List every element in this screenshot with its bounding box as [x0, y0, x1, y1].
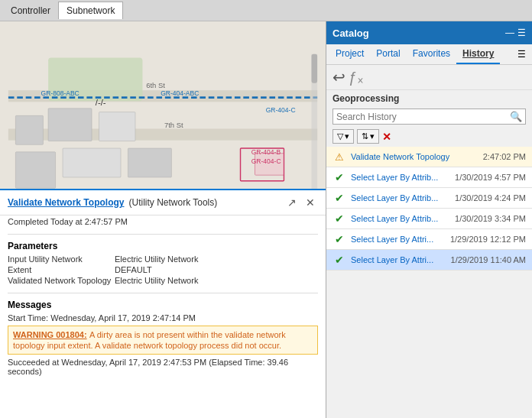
clear-filter-button[interactable]: ✕: [382, 131, 391, 143]
warning-code[interactable]: WARNING 001804:: [13, 330, 87, 339]
svg-text:GR-404-C: GR-404-C: [266, 106, 296, 114]
param-value: Electric Utility Network: [115, 276, 198, 285]
success-icon: ✔: [332, 191, 346, 205]
catalog-header-icons: — ☰: [505, 28, 526, 38]
catalog-header: Catalog — ☰: [326, 21, 532, 44]
result-panel-actions: ↗ ✕: [284, 195, 318, 210]
param-label: Validated Network Topology: [8, 276, 115, 285]
svg-text:GR-404-B: GR-404-B: [251, 148, 281, 156]
param-value: DEFAULT: [115, 265, 152, 274]
divider-2: [8, 293, 318, 293]
history-item-name: Select Layer By Attri...: [351, 255, 448, 264]
history-item[interactable]: ✔Select Layer By Attrib...1/30/2019 4:24…: [326, 188, 532, 209]
history-item-time: 1/29/2019 11:40 AM: [451, 255, 526, 264]
param-row: Validated Network TopologyElectric Utili…: [8, 276, 318, 285]
history-item-name: Select Layer By Attrib...: [351, 214, 452, 223]
history-item-name: Select Layer By Attrib...: [351, 193, 452, 203]
filter-button[interactable]: ▽ ▾: [332, 129, 354, 144]
filter-icon: ▽: [337, 131, 343, 141]
search-box-container: 🔍: [326, 107, 532, 128]
search-icon: 🔍: [510, 111, 522, 122]
minimize-icon[interactable]: —: [505, 28, 514, 38]
tab-project[interactable]: Project: [329, 44, 370, 64]
history-item-name: Select Layer By Attri...: [351, 235, 447, 244]
sort-button[interactable]: ⇅ ▾: [357, 129, 379, 144]
messages-title: Messages: [8, 300, 318, 310]
top-bar: Controller Subnetwork: [0, 0, 532, 21]
messages-section: Messages Start Time: Wednesday, April 17…: [0, 296, 326, 379]
subnetwork-tab[interactable]: Subnetwork: [58, 2, 123, 19]
params-section: Parameters Input Utility NetworkElectric…: [0, 238, 326, 290]
success-icon: ✔: [332, 212, 346, 225]
history-item-time: 1/30/2019 4:24 PM: [455, 193, 526, 203]
history-item[interactable]: ⚠Validate Network Topology2:47:02 PM: [326, 147, 532, 167]
catalog-panel: Catalog — ☰ Project Portal Favorites His…: [326, 21, 532, 418]
param-row: Input Utility NetworkElectric Utility Ne…: [8, 254, 318, 264]
param-row: ExtentDEFAULT: [8, 265, 318, 274]
sort-dropdown-arrow: ▾: [370, 131, 375, 141]
svg-text:6th St: 6th St: [146, 81, 165, 89]
history-item-time: 1/30/2019 3:34 PM: [455, 214, 526, 223]
history-list: ⚠Validate Network Topology2:47:02 PM✔Sel…: [326, 147, 532, 418]
message-end: Succeeded at Wednesday, April 17, 2019 2…: [8, 358, 318, 376]
success-icon: ✔: [332, 170, 346, 184]
svg-text:/-/-: /-/-: [96, 98, 106, 107]
success-icon: ✔: [332, 253, 346, 267]
history-item-name: Validate Network Topology: [351, 152, 480, 161]
result-status: Completed Today at 2:47:57 PM: [0, 215, 326, 231]
param-value: Electric Utility Network: [115, 254, 198, 264]
catalog-title: Catalog: [332, 28, 369, 39]
history-item[interactable]: ✔Select Layer By Attrib...1/30/2019 3:34…: [326, 209, 532, 229]
result-title-link[interactable]: Validate Network Topology: [8, 197, 124, 208]
svg-rect-6: [15, 115, 43, 144]
result-title-sub: (Utility Network Tools): [128, 197, 217, 208]
history-item-time: 2:47:02 PM: [483, 152, 526, 161]
options-icon[interactable]: ☰: [514, 45, 529, 63]
catalog-tabs-left: Project Portal Favorites History: [329, 44, 500, 64]
svg-rect-7: [15, 152, 55, 188]
svg-rect-8: [63, 148, 121, 177]
sort-icon: ⇅: [362, 131, 368, 141]
warning-box: WARNING 001804: A dirty area is not pres…: [8, 326, 318, 355]
message-start: Start Time: Wednesday, April 17, 2019 2:…: [8, 313, 318, 322]
history-item[interactable]: ✔Select Layer By Attri...1/29/2019 11:40…: [326, 250, 532, 271]
main-area: GR-808-ABC GR-404-ABC GR-404-C GR-404-B …: [0, 21, 532, 418]
controller-tab[interactable]: Controller: [3, 2, 58, 19]
search-input[interactable]: [336, 112, 510, 122]
geoprocessing-label: Geoprocessing: [326, 90, 532, 107]
svg-text:GR-808-ABC: GR-808-ABC: [41, 89, 79, 97]
tab-favorites[interactable]: Favorites: [407, 44, 456, 64]
result-panel-title: Validate Network Topology (Utility Netwo…: [8, 197, 217, 208]
map-area[interactable]: GR-808-ABC GR-404-ABC GR-404-C GR-404-B …: [0, 21, 326, 418]
filter-dropdown-arrow: ▾: [345, 131, 349, 141]
tab-history[interactable]: History: [456, 44, 500, 64]
svg-text:GR-404-ABC: GR-404-ABC: [161, 89, 199, 97]
menu-icon[interactable]: ☰: [517, 28, 526, 38]
warning-icon: ⚠: [332, 150, 346, 164]
svg-rect-5: [99, 112, 135, 141]
svg-rect-4: [48, 109, 92, 141]
success-icon: ✔: [332, 232, 346, 246]
params-title: Parameters: [8, 241, 318, 251]
param-label: Input Utility Network: [8, 254, 115, 264]
history-item[interactable]: ✔Select Layer By Attri...1/29/2019 12:12…: [326, 229, 532, 250]
catalog-toolbar: ↩ ƒₓ: [326, 65, 532, 90]
divider-1: [8, 234, 318, 235]
history-item-time: 1/30/2019 4:57 PM: [455, 173, 526, 182]
back-icon[interactable]: ↩: [332, 68, 345, 86]
svg-rect-9: [128, 148, 171, 177]
svg-rect-22: [312, 54, 318, 83]
param-label: Extent: [8, 265, 115, 274]
external-link-button[interactable]: ↗: [284, 195, 300, 210]
history-item-name: Select Layer By Attrib...: [351, 173, 452, 182]
close-result-button[interactable]: ✕: [303, 195, 318, 210]
result-panel: Validate Network Topology (Utility Netwo…: [0, 189, 326, 418]
svg-text:GR-404-C: GR-404-C: [251, 157, 281, 165]
forward-icon[interactable]: ƒₓ: [349, 68, 364, 86]
svg-text:7th St: 7th St: [164, 121, 183, 129]
catalog-tabs: Project Portal Favorites History ☰: [326, 44, 532, 65]
search-box: 🔍: [332, 109, 526, 125]
history-item[interactable]: ✔Select Layer By Attrib...1/30/2019 4:57…: [326, 167, 532, 188]
tab-portal[interactable]: Portal: [370, 44, 406, 64]
history-item-time: 1/29/2019 12:12 PM: [450, 235, 526, 244]
